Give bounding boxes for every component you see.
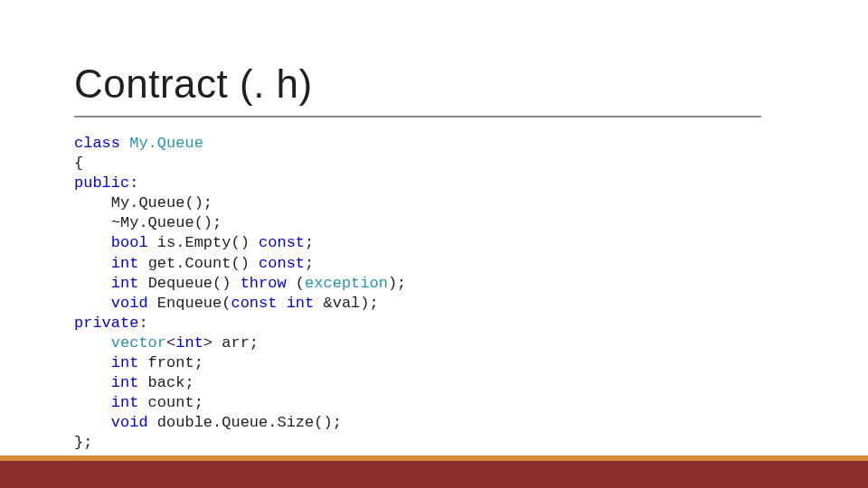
rest: front; [138,354,203,371]
code-line-10: private: [74,314,148,332]
keyword-void: void [111,295,148,312]
code-line-16: }; [74,434,92,451]
open-paren: ( [287,275,305,292]
indent [74,374,111,391]
colon: : [129,174,138,192]
rest: &val); [314,295,378,312]
keyword-int: int [111,354,139,371]
keyword-const: const [259,255,305,272]
keyword-class: class [74,135,120,152]
indent [74,275,111,292]
keyword-void: void [111,414,148,431]
indent [74,295,111,312]
space [138,275,147,292]
code-line-14: int count; [74,394,203,411]
slide-title: Contract (. h) [74,61,313,107]
ctor: My.Queue(); [111,194,212,211]
keyword-const: const [259,234,305,251]
code-line-13: int back; [74,374,194,391]
keyword-int: int [111,255,139,272]
keyword-public: public [74,174,129,192]
keyword-private: private [74,314,138,332]
indent [74,234,111,251]
indent [74,354,111,371]
class-name: My.Queue [129,135,203,152]
code-block: class My.Queue { public: My.Queue(); ~My… [74,134,406,454]
slide: Contract (. h) class My.Queue { public: … [0,0,868,488]
keyword-int: int [175,334,203,352]
space [277,295,286,312]
rest: back; [138,374,193,391]
code-line-1: class My.Queue [74,135,203,152]
rest: double.Queue.Size(); [148,414,342,431]
code-line-11: vector<int> arr; [74,334,259,352]
code-line-7: int get.Count() const; [74,255,314,272]
indent [74,214,111,231]
indent [74,255,111,272]
space [138,255,147,272]
keyword-int: int [111,275,139,292]
code-line-8: int Dequeue() throw (exception); [74,275,406,292]
keyword-int: int [287,295,315,312]
code-line-5: ~My.Queue(); [74,214,222,231]
code-line-3: public: [74,174,138,192]
indent [74,194,111,211]
keyword-throw: throw [241,275,287,292]
fn: Enqueue( [157,295,231,312]
fn: get.Count() [148,255,259,272]
semi: ; [305,255,314,272]
keyword-int: int [111,374,139,391]
code-line-6: bool is.Empty() const; [74,234,314,251]
rest: count; [138,394,203,411]
code-line-15: void double.Queue.Size(); [74,414,342,431]
title-underline [74,116,761,117]
close-paren: ); [388,275,406,292]
class-vector: vector [111,334,166,352]
space [120,135,129,152]
code-line-2: { [74,155,83,172]
indent [74,334,111,352]
colon: : [138,314,147,332]
rest: > arr; [203,334,259,352]
space [148,295,157,312]
code-line-9: void Enqueue(const int &val); [74,295,379,312]
class-exception: exception [305,275,388,292]
fn: is.Empty() [157,234,259,251]
keyword-bool: bool [111,234,148,251]
bottom-bar [0,461,868,488]
keyword-const: const [231,295,277,312]
keyword-int: int [111,394,139,411]
code-line-12: int front; [74,354,203,371]
open-angle: < [166,334,175,352]
dtor: ~My.Queue(); [111,214,222,231]
indent [74,394,111,411]
space [148,234,157,251]
semi: ; [305,234,314,251]
code-line-4: My.Queue(); [74,194,212,211]
fn: Dequeue() [148,275,241,292]
indent [74,414,111,431]
